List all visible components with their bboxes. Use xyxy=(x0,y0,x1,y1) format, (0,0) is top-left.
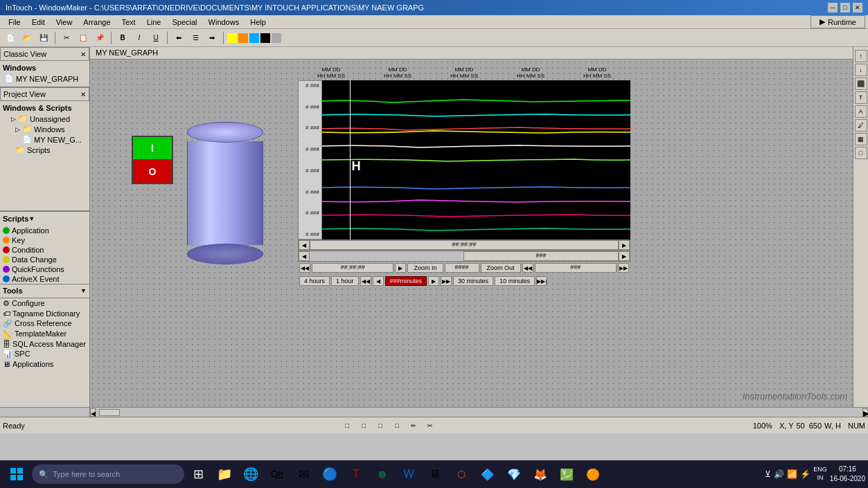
taskbar-store[interactable]: 🛍 xyxy=(265,462,290,487)
paste-button[interactable]: 📌 xyxy=(92,31,107,45)
start-button[interactable] xyxy=(3,460,30,488)
scroll-thumb[interactable] xyxy=(99,409,120,416)
align-right-button[interactable]: ➡ xyxy=(204,31,220,45)
bottom-icon2[interactable]: □ xyxy=(356,419,371,433)
taskbar-action-center[interactable]: ⊞ xyxy=(186,462,211,487)
window-controls[interactable]: ─ □ ✕ xyxy=(828,3,862,12)
taskbar-app4[interactable]: 🖥 xyxy=(423,462,448,487)
tool-sqlaccessmanager[interactable]: 🗄 SQL Access Manager xyxy=(0,339,89,349)
project-scripts[interactable]: 📁 Scripts xyxy=(3,145,87,155)
color3-button[interactable] xyxy=(249,33,259,43)
tray-icon3[interactable]: 📶 xyxy=(787,469,797,479)
scroll2-left[interactable]: ◀ xyxy=(299,251,310,261)
italic-button[interactable]: I xyxy=(132,31,147,45)
copy-button[interactable]: 📋 xyxy=(76,31,91,45)
menu-help[interactable]: Help xyxy=(245,17,272,27)
script-quickfunctions[interactable]: QuickFunctions xyxy=(0,264,89,274)
bottom-icon6[interactable]: ✂ xyxy=(423,419,438,433)
search-bar[interactable]: 🔍 Type here to search xyxy=(32,464,184,484)
bottom-icon5[interactable]: ✏ xyxy=(406,419,421,433)
save-button[interactable]: 💾 xyxy=(36,31,51,45)
cut-button[interactable]: ✂ xyxy=(59,31,74,45)
tool-tagname[interactable]: 🏷 Tagname Dictionary xyxy=(0,309,89,318)
close-button[interactable]: ✕ xyxy=(853,3,862,12)
toggle-widget[interactable]: I O xyxy=(132,136,173,184)
align-left-button[interactable]: ⬅ xyxy=(171,31,186,45)
tray-icon1[interactable]: ⊻ xyxy=(765,469,771,479)
menu-view[interactable]: View xyxy=(51,17,78,27)
bottom-icon1[interactable]: □ xyxy=(339,419,355,433)
taskbar-app1[interactable]: T xyxy=(344,462,369,487)
new-button[interactable]: 📄 xyxy=(3,31,18,45)
scroll-left-btn[interactable]: ◀ xyxy=(90,408,96,417)
scroll-right-btn[interactable]: ▶ xyxy=(862,408,868,417)
taskbar-mail[interactable]: ✉ xyxy=(291,462,316,487)
taskbar-app10[interactable]: 🟠 xyxy=(581,462,605,487)
rside-btn4[interactable]: T xyxy=(855,91,867,104)
maximize-button[interactable]: □ xyxy=(840,3,850,12)
scroll2-right[interactable]: ▶ xyxy=(619,251,630,261)
rside-btn7[interactable]: ▦ xyxy=(855,133,867,145)
bottom-icon3[interactable]: □ xyxy=(373,419,388,433)
time-4hours[interactable]: 4 hours xyxy=(299,276,330,286)
bold-button[interactable]: B xyxy=(115,31,130,45)
menu-line[interactable]: Line xyxy=(141,17,167,27)
align-center-button[interactable]: ☰ xyxy=(188,31,203,45)
scroll1-left[interactable]: ◀ xyxy=(299,240,310,250)
toggle-off[interactable]: O xyxy=(133,160,172,183)
taskbar-app8[interactable]: 🦊 xyxy=(528,462,553,487)
classic-view-close[interactable]: ✕ xyxy=(80,51,86,58)
menu-arrange[interactable]: Arrange xyxy=(78,17,116,27)
runtime-button[interactable]: ▶ Runtime xyxy=(811,15,865,28)
trend-scrollbar2[interactable]: ◀ ### ▶ xyxy=(298,251,630,262)
classic-view-item-graph[interactable]: 📄 MY NEW_GRAPH xyxy=(3,73,87,84)
time-current[interactable]: ###minutes xyxy=(385,276,427,286)
taskbar-app2[interactable]: ⊛ xyxy=(370,462,395,487)
menu-edit[interactable]: Edit xyxy=(26,17,51,27)
minimize-button[interactable]: ─ xyxy=(828,3,838,12)
taskbar-explorer[interactable]: 📁 xyxy=(212,462,237,487)
script-key[interactable]: Key xyxy=(0,235,89,245)
underline-button[interactable]: U xyxy=(148,31,163,45)
menu-file[interactable]: File xyxy=(3,17,26,27)
menu-windows[interactable]: Windows xyxy=(203,17,245,27)
zoom-next1[interactable]: ▶ xyxy=(395,263,406,273)
time-prev2[interactable]: ◀ xyxy=(373,276,384,286)
taskbar-app7[interactable]: 💎 xyxy=(502,462,526,487)
taskbar-chrome[interactable]: 🔵 xyxy=(317,462,342,487)
project-graph[interactable]: 📄 MY NEW_G... xyxy=(3,134,87,145)
h-scrollbar[interactable]: ◀ ▶ xyxy=(90,408,868,417)
color4-button[interactable] xyxy=(260,33,270,43)
tool-applications[interactable]: 🖥 Applications xyxy=(0,359,89,369)
project-windows[interactable]: ▷ 📁 Windows xyxy=(3,124,87,134)
color2-button[interactable] xyxy=(238,33,248,43)
taskbar-app5[interactable]: ⬡ xyxy=(449,462,474,487)
tray-icon2[interactable]: 🔊 xyxy=(774,469,784,479)
menu-text[interactable]: Text xyxy=(116,17,141,27)
time-next1[interactable]: ▶ xyxy=(428,276,439,286)
zoom-prev2[interactable]: ◀◀ xyxy=(522,263,533,273)
scroll2-value[interactable]: ### xyxy=(463,251,619,261)
taskbar-edge[interactable]: 🌐 xyxy=(238,462,263,487)
time-1hour[interactable]: 1 hour xyxy=(331,276,359,286)
tool-configure[interactable]: ⚙ Configure xyxy=(0,298,89,309)
zoom-time2[interactable]: ### xyxy=(535,263,617,273)
tool-templatemaker[interactable]: 📐 TemplateMaker xyxy=(0,329,89,339)
zoom-out-button[interactable]: Zoom Out xyxy=(481,263,521,273)
time-prev1[interactable]: ◀◀ xyxy=(360,276,371,286)
script-application[interactable]: Application xyxy=(0,226,89,235)
scroll1-right[interactable]: ▶ xyxy=(619,240,630,250)
time-next2[interactable]: ▶▶ xyxy=(441,276,452,286)
tool-crossref[interactable]: 🔗 Cross Reference xyxy=(0,318,89,329)
color5-button[interactable] xyxy=(272,33,281,43)
menu-special[interactable]: Special xyxy=(166,17,202,27)
taskbar-app9[interactable]: 💹 xyxy=(554,462,579,487)
trend-scrollbar1[interactable]: ◀ ##:##:## ▶ xyxy=(298,240,630,251)
scroll1-value[interactable]: ##:##:## xyxy=(310,240,619,250)
script-activex[interactable]: ActiveX Event xyxy=(0,274,89,284)
open-button[interactable]: 📂 xyxy=(19,31,35,45)
time-10min[interactable]: 10 minutes xyxy=(495,276,535,286)
zoom-prev1[interactable]: ◀◀ xyxy=(299,263,310,273)
time-end[interactable]: ▶▶| xyxy=(536,276,547,286)
zoom-in-button[interactable]: Zoom In xyxy=(407,263,443,273)
